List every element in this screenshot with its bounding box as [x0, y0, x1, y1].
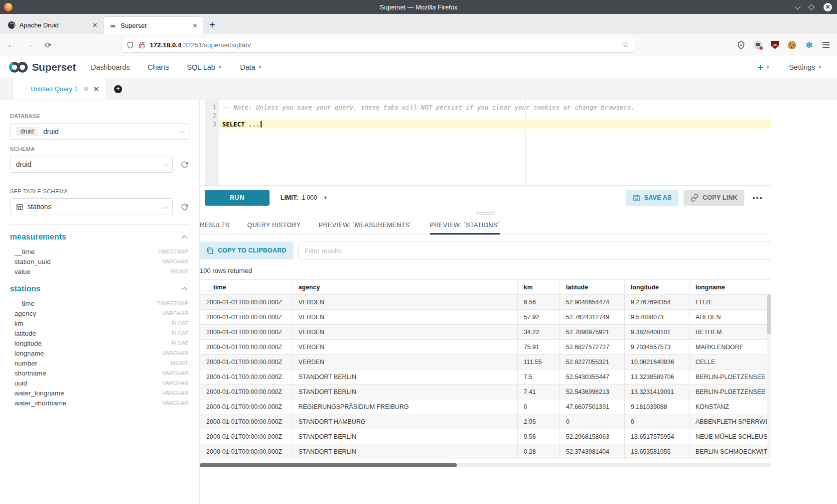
column-header[interactable]: longname	[690, 280, 771, 295]
nav-sql-lab[interactable]: SQL Lab▼	[187, 63, 222, 71]
back-button[interactable]: ←	[7, 40, 15, 49]
filter-results-input[interactable]	[298, 242, 771, 259]
column-header[interactable]: __time	[200, 280, 292, 295]
window-minimize-icon[interactable]	[795, 3, 801, 9]
column-type: VARCHAR	[162, 370, 188, 376]
nav-charts[interactable]: Charts	[147, 63, 169, 71]
menu-hamburger-icon[interactable]	[822, 41, 830, 49]
cell-longitude: 9.3828408101	[625, 325, 690, 340]
results-header-row: __timeagencykmlatitudelongitudelongname	[200, 280, 771, 295]
copy-link-button[interactable]: COPY LINK	[684, 190, 744, 206]
cell-latitude: 52.6227055321	[560, 355, 625, 370]
cell-longname: BERLIN-SCHMOECKWITZ	[690, 444, 771, 459]
table-icon	[16, 203, 23, 211]
copy-to-clipboard-button[interactable]: COPY TO CLIPBOARD	[200, 242, 293, 259]
refresh-table-icon[interactable]	[180, 202, 189, 212]
ublock-extension-icon[interactable]: uO	[771, 41, 779, 49]
refresh-schema-icon[interactable]	[180, 160, 189, 169]
column-header[interactable]: latitude	[560, 280, 625, 295]
schema-section-measurements[interactable]: measurements	[10, 233, 189, 242]
url-bar[interactable]: 172.18.0.4 :32251/superset/sqllab/ ☆	[121, 37, 634, 53]
settings-menu[interactable]: Settings▼	[789, 63, 822, 71]
schema-column-row: km FLOAT	[10, 318, 189, 328]
reload-button[interactable]: ⟳	[45, 40, 51, 50]
cell-agency: VERDEN	[292, 295, 518, 310]
query-tab-untitled-1[interactable]: ⋮⋮ Untitled Query 1 ✕	[12, 78, 106, 100]
table-select[interactable]: stations	[10, 198, 173, 215]
column-header[interactable]: agency	[292, 280, 518, 295]
tab-close-icon[interactable]: ✕	[192, 22, 198, 29]
chevron-up-icon[interactable]	[181, 235, 187, 241]
table-row: 2000-01-01T00:00:00.000Z STANDORT HAMBUR…	[200, 414, 771, 429]
cell-time: 2000-01-01T00:00:00.000Z	[200, 429, 292, 444]
limit-dropdown[interactable]: LIMIT: 1 000 ▼	[280, 194, 328, 201]
cell-agency: VERDEN	[292, 325, 518, 340]
schema-column-row: agency VARCHAR	[10, 308, 189, 318]
new-query-tab-button[interactable]: +	[106, 78, 131, 100]
drag-handle-icon[interactable]	[476, 212, 495, 216]
shield-permissions-icon[interactable]	[127, 41, 134, 49]
drag-grip-icon[interactable]: ⋮⋮	[19, 86, 27, 92]
horizontal-scrollbar[interactable]	[200, 463, 771, 467]
browser-tab-apache-druid[interactable]: Apache Druid ✕	[3, 16, 103, 34]
tab-preview-measurements[interactable]: PREVIEW: `MEASUREMENTS`	[319, 216, 412, 234]
insecure-lock-icon[interactable]	[139, 41, 145, 49]
column-type: VARCHAR	[162, 310, 188, 316]
schema-select[interactable]: druid	[10, 156, 173, 173]
cell-km: 0.28	[518, 444, 560, 459]
brand-name[interactable]: Superset	[32, 61, 76, 73]
chevron-down-icon: ▼	[218, 65, 222, 70]
results-table-wrap: __timeagencykmlatitudelongitudelongname …	[200, 279, 771, 459]
column-header[interactable]: km	[518, 280, 560, 295]
column-type: BIGINT	[170, 268, 188, 274]
table-row: 2000-01-01T00:00:00.000Z STANDORT BERLIN…	[200, 444, 771, 459]
tab-close-icon[interactable]: ✕	[92, 21, 98, 29]
druid-favicon	[8, 21, 15, 29]
cell-longname: ABBENFLETH SPERRWERK	[690, 414, 771, 429]
new-tab-button[interactable]: +	[209, 19, 215, 31]
vertical-scrollbar[interactable]	[767, 294, 771, 459]
tab-query-history[interactable]: QUERY HISTORY	[247, 216, 300, 234]
pane-resizer[interactable]	[200, 210, 771, 216]
run-button[interactable]: RUN	[205, 190, 270, 206]
nav-data[interactable]: Data▼	[240, 63, 263, 71]
sql-comment: -- Note: Unless you save your query, the…	[222, 104, 635, 111]
save-as-button[interactable]: SAVE AS	[626, 190, 679, 206]
schema-section-stations[interactable]: stations	[10, 284, 189, 293]
more-options-icon[interactable]: •••	[749, 194, 766, 202]
cell-longitude: 13.653581055	[625, 444, 690, 459]
nav-dashboards[interactable]: Dashboards	[91, 63, 130, 71]
line-number: 2	[205, 112, 216, 120]
line-number: 3	[205, 120, 216, 128]
cell-km: 7.5	[518, 370, 560, 384]
tab-results[interactable]: RESULTS	[200, 216, 229, 234]
containers-extension-icon[interactable]	[754, 41, 762, 49]
browser-tab-superset[interactable]: ∞ Superset ✕	[104, 16, 203, 34]
schema-column-row: latitude FLOAT	[10, 328, 189, 338]
table-row: 2000-01-01T00:00:00.000Z VERDEN 34.22 52…	[200, 325, 771, 340]
query-tab-close-icon[interactable]: ✕	[93, 85, 100, 94]
browser-tab-label: Apache Druid	[19, 21, 59, 29]
chevron-up-icon[interactable]	[181, 287, 187, 292]
editor-gutter: 123	[205, 100, 219, 185]
forward-button[interactable]: →	[26, 40, 34, 49]
sql-editor[interactable]: 123 -- Note: Unless you save your query,…	[200, 100, 771, 186]
cell-km: 9.56	[518, 295, 560, 310]
sparkle-extension-icon[interactable]: ✻	[805, 41, 813, 49]
add-new-button[interactable]: +▼	[758, 62, 770, 73]
database-select[interactable]: druid druid	[10, 123, 189, 140]
tab-preview-stations[interactable]: PREVIEW: `STATIONS`	[430, 216, 500, 234]
chevron-down-icon: ▼	[258, 65, 262, 70]
cell-agency: VERDEN	[292, 310, 518, 325]
cell-time: 2000-01-01T00:00:00.000Z	[200, 370, 292, 384]
cookie-extension-icon[interactable]	[788, 41, 796, 49]
column-name: number	[14, 360, 37, 367]
line-number: 1	[205, 103, 216, 112]
column-header[interactable]: longitude	[625, 280, 690, 295]
superset-logo[interactable]	[8, 60, 29, 74]
cell-agency: VERDEN	[292, 340, 518, 355]
bookmark-star-icon[interactable]: ☆	[622, 40, 629, 49]
proton-pass-extension-icon[interactable]	[737, 41, 745, 49]
window-restore-icon[interactable]	[808, 4, 815, 10]
window-close-icon[interactable]: ✕	[824, 3, 832, 11]
